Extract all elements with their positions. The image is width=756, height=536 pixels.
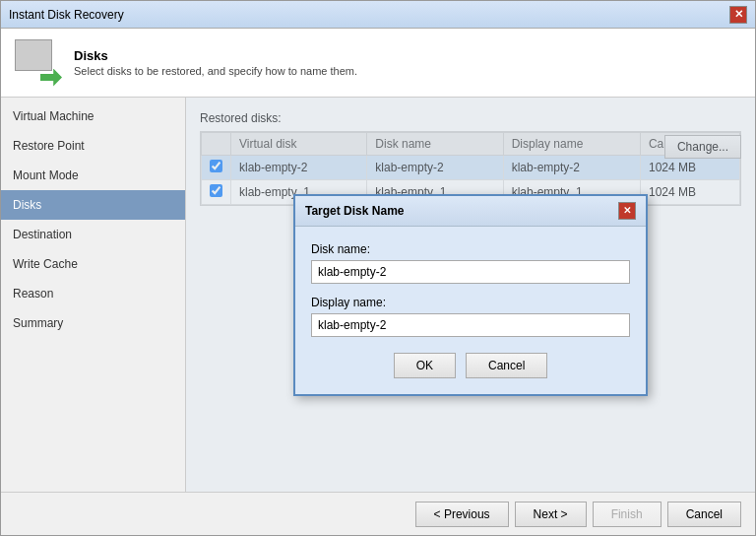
header-subtitle: Select disks to be restored, and specify… xyxy=(74,65,357,77)
modal-close-button[interactable]: ✕ xyxy=(618,202,636,220)
title-bar: Instant Disk Recovery ✕ xyxy=(1,1,755,29)
sidebar: Virtual Machine Restore Point Mount Mode… xyxy=(1,98,186,492)
cancel-button[interactable]: Cancel xyxy=(667,502,741,527)
target-disk-name-modal: Target Disk Name ✕ Disk name: Display na… xyxy=(293,194,648,396)
disk-name-label: Disk name: xyxy=(311,242,630,256)
modal-cancel-button[interactable]: Cancel xyxy=(466,353,547,378)
header-area: Disks Select disks to be restored, and s… xyxy=(1,29,755,98)
sidebar-item-disks[interactable]: Disks xyxy=(1,190,185,220)
window-close-button[interactable]: ✕ xyxy=(729,6,747,24)
content-area: Virtual Machine Restore Point Mount Mode… xyxy=(1,98,755,492)
modal-title-bar: Target Disk Name ✕ xyxy=(295,196,646,227)
sidebar-item-virtual-machine[interactable]: Virtual Machine xyxy=(1,101,185,131)
next-button[interactable]: Next > xyxy=(515,502,587,527)
header-text: Disks Select disks to be restored, and s… xyxy=(74,48,357,77)
display-name-input[interactable] xyxy=(311,313,630,337)
previous-button[interactable]: < Previous xyxy=(415,502,509,527)
sidebar-item-restore-point[interactable]: Restore Point xyxy=(1,131,185,161)
disk-name-input[interactable] xyxy=(311,260,630,284)
header-icon xyxy=(15,39,62,87)
modal-title: Target Disk Name xyxy=(305,204,404,218)
window-title: Instant Disk Recovery xyxy=(9,8,124,22)
modal-ok-button[interactable]: OK xyxy=(394,353,456,378)
sidebar-item-write-cache[interactable]: Write Cache xyxy=(1,249,185,279)
sidebar-item-summary[interactable]: Summary xyxy=(1,308,185,338)
sidebar-item-destination[interactable]: Destination xyxy=(1,220,185,249)
modal-body: Disk name: Display name: OK Cancel xyxy=(295,227,646,394)
footer-bar: < Previous Next > Finish Cancel xyxy=(1,492,755,535)
main-panel: Restored disks: Virtual disk Disk name D… xyxy=(186,98,755,492)
sidebar-item-mount-mode[interactable]: Mount Mode xyxy=(1,161,185,190)
sidebar-item-reason[interactable]: Reason xyxy=(1,279,185,308)
arrow-icon xyxy=(40,69,62,87)
display-name-label: Display name: xyxy=(311,296,630,309)
modal-buttons: OK Cancel xyxy=(311,353,630,378)
finish-button[interactable]: Finish xyxy=(593,502,662,527)
header-title: Disks xyxy=(74,48,357,63)
modal-overlay: Target Disk Name ✕ Disk name: Display na… xyxy=(186,98,755,492)
main-window: Instant Disk Recovery ✕ Disks Select dis… xyxy=(0,0,756,536)
disk-icon xyxy=(15,39,52,71)
